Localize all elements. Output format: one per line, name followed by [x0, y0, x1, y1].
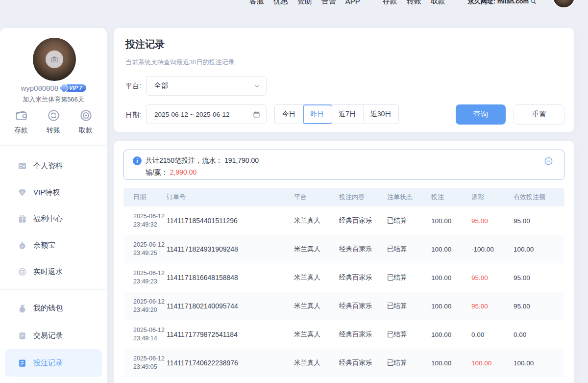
date-range-value: 2025-06-12 ~ 2025-06-12 — [154, 111, 253, 118]
sidebar-item-label: 个人资料 — [33, 161, 63, 171]
platform-selected-value: 全部 — [154, 81, 254, 90]
camera-icon — [46, 51, 63, 68]
payout-amount: 95.00 — [471, 217, 514, 225]
col-status: 注单状态 — [387, 193, 431, 202]
platform-name: 米兰真人 — [294, 358, 339, 367]
bet-date: 2025-06-12 — [133, 269, 167, 278]
table-row: 2025-06-1223:49:32 1141171854401511296 米… — [123, 206, 564, 235]
nav-partnership[interactable]: 合营 — [321, 0, 336, 6]
sidebar-item-bet-records[interactable]: 投注记录 — [5, 349, 102, 377]
results-panel: i 共计2150笔投注，流水： 191,790.00 输/赢： 2,990.00… — [114, 141, 574, 383]
bet-content: 经典百家乐 — [339, 273, 387, 282]
bet-content: 经典百家乐 — [339, 216, 387, 225]
table-body: 2025-06-1223:49:32 1141171854401511296 米… — [123, 206, 564, 377]
sidebar-item-rebate[interactable]: 实时返水 — [5, 258, 102, 285]
chevron-down-icon — [254, 83, 260, 89]
platform-select[interactable]: 全部 — [146, 76, 267, 96]
payout-amount: -100.00 — [471, 246, 514, 253]
platform-name: 米兰真人 — [294, 245, 339, 254]
sidebar-menu-personal: 个人资料 VIP特权 福利中心 余额宝 实时返水 — [5, 153, 102, 285]
valid-bet-amount: 95.00 — [514, 217, 564, 225]
bet-record-icon — [18, 358, 27, 368]
payout-amount: 95.00 — [471, 274, 514, 281]
bet-status: 已结算 — [387, 358, 431, 367]
platform-label: 平台: — [125, 82, 141, 91]
bet-status: 已结算 — [387, 273, 431, 282]
col-payout: 派彩 — [471, 193, 514, 202]
range-7days-button[interactable]: 近7日 — [332, 105, 364, 124]
order-number: 1141171824931909248 — [167, 245, 294, 253]
nav-withdraw[interactable]: 取款 — [431, 0, 445, 6]
bet-time: 23:49:14 — [133, 334, 167, 343]
bet-amount: 100.00 — [431, 303, 471, 310]
nav-deposit[interactable]: 存款 — [383, 0, 397, 6]
wallet-icon — [18, 304, 27, 313]
col-valid: 有效投注额 — [514, 193, 564, 202]
sidebar-item-label: 余额宝 — [33, 241, 55, 250]
bet-content: 经典百家乐 — [339, 330, 387, 339]
platform-name: 米兰真人 — [294, 273, 339, 282]
bet-status: 已结算 — [387, 216, 431, 225]
sidebar-item-profile[interactable]: 个人资料 — [5, 153, 102, 179]
nav-sponsorship[interactable]: 赞助 — [297, 0, 312, 6]
bet-amount: 100.00 — [431, 331, 471, 338]
sidebar-item-transactions[interactable]: 交易记录 — [5, 322, 102, 349]
date-range-input[interactable]: 2025-06-12 ~ 2025-06-12 — [146, 104, 267, 124]
quick-action-deposit[interactable]: 存款 — [5, 109, 37, 135]
sidebar-item-label: VIP特权 — [33, 188, 60, 197]
table-row: 2025-06-1223:49:23 1141171816648158848 米… — [123, 263, 564, 292]
quick-range-group: 今日 昨日 近7日 近30日 — [274, 104, 399, 124]
reset-button[interactable]: 重置 — [514, 104, 564, 125]
sidebar-item-wallet[interactable]: 我的钱包 — [5, 294, 102, 322]
page-title: 投注记录 — [125, 38, 165, 51]
bet-content: 经典百家乐 — [339, 245, 387, 254]
filter-panel: 投注记录 当前系统支持查询最近30日的投注记录 平台: 全部 日期: 2025-… — [114, 28, 574, 132]
sidebar-item-vip[interactable]: VIP特权 — [5, 179, 102, 205]
user-avatar-small[interactable] — [552, 0, 575, 8]
gift-icon — [18, 214, 27, 224]
nav-promotions[interactable]: 优惠 — [273, 0, 288, 6]
withdraw-icon — [79, 109, 93, 122]
bet-time: 23:49:23 — [133, 278, 167, 286]
betting-records-page: 客服 优惠 赞助 合营 APP 存款 转账 取款 永久网址: milan.com… — [0, 0, 588, 383]
search-button[interactable]: 查询 — [456, 104, 506, 125]
quick-actions: 存款 转账 取款 — [5, 109, 102, 135]
magnifier-icon[interactable] — [530, 0, 537, 5]
quick-action-transfer[interactable]: 转账 — [37, 109, 70, 135]
valid-bet-amount: 95.00 — [514, 303, 564, 310]
range-yesterday-button[interactable]: 昨日 — [303, 105, 332, 124]
bet-time: 23:49:32 — [133, 221, 167, 229]
bet-amount: 100.00 — [431, 217, 471, 225]
summary-bar: i 共计2150笔投注，流水： 191,790.00 输/赢： 2,990.00 — [123, 150, 564, 180]
nav-customer-service[interactable]: 客服 — [249, 0, 264, 6]
col-bet: 投注 — [431, 193, 471, 202]
sidebar-item-label: 交易记录 — [33, 331, 63, 340]
range-today-button[interactable]: 今日 — [275, 105, 303, 124]
bet-date: 2025-06-12 — [133, 298, 167, 306]
sidebar-item-label: 投注记录 — [33, 358, 63, 368]
collapse-icon[interactable] — [544, 156, 553, 166]
sidebar-item-welfare[interactable]: 福利中心 — [5, 205, 102, 232]
bet-time: 23:49:05 — [133, 363, 167, 371]
range-30days-button[interactable]: 近30日 — [364, 105, 399, 124]
sidebar-item-yuebao[interactable]: 余额宝 — [5, 232, 102, 258]
piggy-bank-icon — [18, 241, 27, 250]
top-navigation: 客服 优惠 赞助 合营 APP 存款 转账 取款 永久网址: milan.com — [249, 0, 537, 6]
sidebar-item-label: 我的钱包 — [33, 304, 63, 313]
rebate-icon — [18, 267, 27, 277]
profile-card-icon — [18, 161, 27, 171]
sidebar-item-label: 实时返水 — [33, 267, 63, 277]
nav-app[interactable]: APP — [345, 0, 360, 5]
sidebar-menu-records: 我的钱包 交易记录 投注记录 — [5, 294, 102, 377]
bet-status: 已结算 — [387, 302, 431, 310]
user-avatar[interactable] — [33, 38, 76, 81]
nav-transfer[interactable]: 转账 — [407, 0, 421, 6]
sidebar-item-label: 福利中心 — [33, 214, 63, 224]
sidebar: wyp080808 VIP 7 加入米兰体育第566天 存款 转账 取款 — [0, 28, 107, 383]
quick-action-withdraw[interactable]: 取款 — [70, 109, 102, 135]
bet-date: 2025-06-12 — [133, 241, 167, 249]
deposit-wallet-icon — [15, 109, 28, 122]
bet-content: 经典百家乐 — [339, 302, 387, 310]
col-order: 订单号 — [167, 193, 294, 202]
payout-amount: 0.00 — [471, 331, 514, 338]
